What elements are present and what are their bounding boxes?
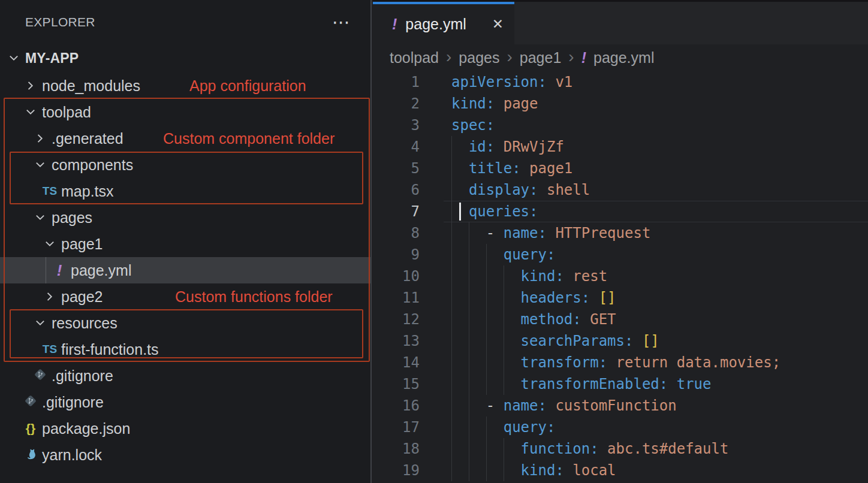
breadcrumbs: toolpad›pages›page1›!page.yml bbox=[373, 44, 868, 71]
code-line-8[interactable]: 8 - name: HTTPrequest bbox=[373, 222, 868, 244]
tree-item-page-yml[interactable]: !page.yml bbox=[0, 257, 370, 283]
red-annotation-label: Custom functions folder bbox=[175, 283, 333, 310]
line-number: 7 bbox=[373, 201, 420, 222]
code-line-16[interactable]: 16 - name: customFunction bbox=[373, 395, 868, 416]
chevron-down-icon[interactable] bbox=[32, 316, 48, 330]
tree-item-label: node_modules bbox=[42, 77, 140, 95]
code-line-14[interactable]: 14 transform: return data.movies; bbox=[373, 352, 868, 373]
json-braces-icon: {} bbox=[23, 421, 38, 436]
tree-item-label: yarn.lock bbox=[42, 446, 102, 464]
code-line-9[interactable]: 9 query: bbox=[373, 244, 868, 265]
line-number: 2 bbox=[373, 93, 420, 114]
git-icon bbox=[23, 394, 38, 410]
code-area[interactable]: 1apiVersion: v12kind: page3spec:4 id: DR… bbox=[373, 71, 868, 481]
code-line-text: queries: bbox=[451, 201, 538, 222]
line-number: 13 bbox=[373, 330, 420, 352]
tree-item-pages[interactable]: pages bbox=[0, 204, 370, 231]
chevron-down-icon[interactable] bbox=[32, 211, 48, 224]
chevron-down-icon[interactable] bbox=[6, 52, 22, 65]
line-number: 17 bbox=[373, 416, 420, 438]
chevron-down-icon[interactable] bbox=[23, 105, 38, 119]
tree-item-generated[interactable]: .generatedCustom component folder bbox=[0, 125, 370, 152]
line-number: 3 bbox=[373, 114, 420, 136]
tree-item-label: .gitignore bbox=[52, 367, 113, 385]
explorer-sidebar: EXPLORER ⋯ MY-APP node_modulesApp config… bbox=[0, 0, 372, 483]
code-line-19[interactable]: 19 kind: local bbox=[373, 460, 868, 481]
more-actions-icon[interactable]: ⋯ bbox=[332, 19, 350, 25]
yaml-file-icon: ! bbox=[392, 16, 397, 33]
yarn-icon bbox=[23, 446, 38, 463]
code-line-11[interactable]: 11 headers: [] bbox=[373, 287, 868, 309]
code-line-2[interactable]: 2kind: page bbox=[373, 93, 868, 114]
tree-item-label: page1 bbox=[61, 236, 103, 253]
code-line-18[interactable]: 18 function: abc.ts#default bbox=[373, 438, 868, 460]
explorer-header: EXPLORER ⋯ bbox=[0, 0, 370, 44]
tree-indent-guide bbox=[46, 257, 46, 283]
code-line-4[interactable]: 4 id: DRwVjZf bbox=[373, 136, 868, 158]
explorer-title: EXPLORER bbox=[25, 15, 95, 29]
chevron-down-icon[interactable] bbox=[32, 158, 48, 171]
code-line-text: query: bbox=[451, 416, 555, 438]
red-annotation-label: Custom component folder bbox=[163, 125, 334, 152]
code-line-10[interactable]: 10 kind: rest bbox=[373, 265, 868, 287]
tree-item-label: resources bbox=[52, 315, 117, 332]
code-line-text: display: shell bbox=[451, 179, 590, 201]
code-line-13[interactable]: 13 searchParams: [] bbox=[373, 330, 868, 352]
code-line-text: query: bbox=[451, 244, 555, 265]
line-number: 15 bbox=[373, 373, 420, 395]
code-line-text: searchParams: [] bbox=[451, 330, 659, 352]
code-line-text: - name: HTTPrequest bbox=[451, 222, 650, 244]
red-annotation-label: App configuration bbox=[189, 73, 306, 99]
breadcrumb-item-page1[interactable]: page1 bbox=[520, 49, 562, 67]
yaml-file-icon: ! bbox=[52, 261, 67, 280]
code-line-text: headers: [] bbox=[451, 287, 616, 309]
tree-item-components[interactable]: components bbox=[0, 152, 370, 178]
tree-item-label: page2 bbox=[61, 288, 103, 306]
breadcrumb-item-toolpad[interactable]: toolpad bbox=[390, 49, 439, 67]
tree-item-map-tsx[interactable]: TSmap.tsx bbox=[0, 178, 370, 204]
line-number: 12 bbox=[373, 309, 420, 330]
tree-item-page1[interactable]: page1 bbox=[0, 231, 370, 257]
vscode-window: EXPLORER ⋯ MY-APP node_modulesApp config… bbox=[0, 0, 868, 483]
chevron-down-icon[interactable] bbox=[42, 237, 58, 250]
code-line-17[interactable]: 17 query: bbox=[373, 416, 868, 438]
tree-item-first-function-ts[interactable]: TSfirst-function.ts bbox=[0, 336, 370, 363]
chevron-right-icon[interactable] bbox=[23, 79, 38, 92]
tree-item-resources[interactable]: resources bbox=[0, 310, 370, 336]
tree-item-node-modules[interactable]: node_modulesApp configuration bbox=[0, 73, 370, 99]
tree-item-package-json[interactable]: {}package.json bbox=[0, 415, 370, 442]
code-line-12[interactable]: 12 method: GET bbox=[373, 309, 868, 330]
line-number: 8 bbox=[373, 222, 420, 244]
text-cursor bbox=[459, 203, 461, 221]
tree-item-gitignore[interactable]: .gitignore bbox=[0, 363, 370, 389]
line-number: 1 bbox=[373, 71, 420, 93]
code-line-text: kind: rest bbox=[451, 265, 607, 287]
tree-item-toolpad[interactable]: toolpad bbox=[0, 99, 370, 125]
close-tab-icon[interactable]: ✕ bbox=[492, 16, 504, 32]
tree-item-label: map.tsx bbox=[61, 183, 114, 200]
code-line-text: kind: local bbox=[451, 460, 616, 481]
line-number: 11 bbox=[373, 287, 420, 309]
code-line-text: spec: bbox=[451, 114, 495, 136]
tree-item-yarn-lock[interactable]: yarn.lock bbox=[0, 442, 370, 468]
breadcrumb-item-page-yml[interactable]: page.yml bbox=[593, 49, 654, 67]
code-line-15[interactable]: 15 transformEnabled: true bbox=[373, 373, 868, 395]
tree-item-label: .gitignore bbox=[42, 394, 104, 411]
chevron-right-icon[interactable] bbox=[42, 290, 58, 303]
workspace-root-my-app[interactable]: MY-APP bbox=[0, 45, 370, 71]
tree-item-label: package.json bbox=[42, 420, 130, 437]
chevron-right-icon[interactable] bbox=[32, 132, 48, 145]
line-number: 18 bbox=[373, 438, 420, 460]
code-line-text: function: abc.ts#default bbox=[451, 438, 728, 460]
code-line-5[interactable]: 5 title: page1 bbox=[373, 158, 868, 179]
tree-item-gitignore[interactable]: .gitignore bbox=[0, 389, 370, 415]
tab-page-yml[interactable]: ! page.yml ✕ bbox=[373, 2, 514, 44]
code-line-7[interactable]: 7 queries: bbox=[373, 201, 868, 222]
code-line-1[interactable]: 1apiVersion: v1 bbox=[373, 71, 868, 93]
breadcrumb-separator-icon: › bbox=[507, 47, 512, 67]
code-line-3[interactable]: 3spec: bbox=[373, 114, 868, 136]
code-line-6[interactable]: 6 display: shell bbox=[373, 179, 868, 201]
tree-item-label: first-function.ts bbox=[61, 341, 159, 358]
tree-item-page2[interactable]: page2Custom functions folder bbox=[0, 283, 370, 310]
breadcrumb-item-pages[interactable]: pages bbox=[459, 49, 499, 67]
